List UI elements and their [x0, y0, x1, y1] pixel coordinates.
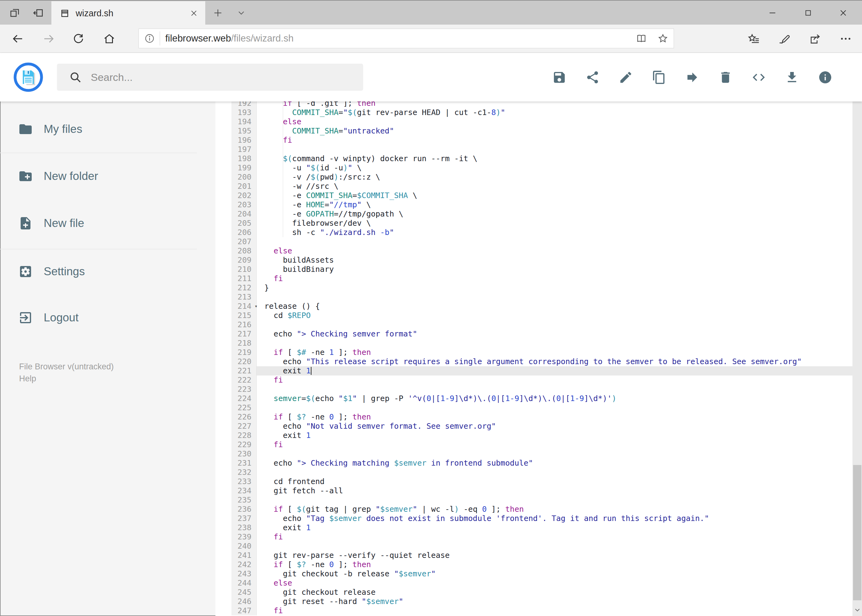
code-line[interactable]: 213	[216, 292, 853, 302]
code-line[interactable]: 209 buildAssets	[216, 256, 853, 265]
window-maximize-button[interactable]	[795, 1, 821, 25]
home-icon[interactable]	[97, 27, 121, 51]
code-line[interactable]: 229 fi	[216, 440, 853, 449]
share-page-icon[interactable]	[802, 27, 828, 51]
code-view-button[interactable]	[752, 63, 766, 92]
code-line[interactable]: 245 git checkout release	[216, 588, 853, 597]
code-line[interactable]: 201 -w //src \	[216, 182, 853, 191]
code-line[interactable]: 237 echo "Tag $semver does not exist in …	[216, 514, 853, 523]
code-line[interactable]: 197	[216, 145, 853, 154]
code-line[interactable]: 193 COMMIT_SHA="$(git rev-parse HEAD | c…	[216, 108, 853, 117]
code-line[interactable]: 241 git rev-parse --verify --quiet relea…	[216, 551, 853, 560]
sidebar-item-settings[interactable]: Settings	[0, 255, 197, 289]
code-line[interactable]: 233 cd frontend	[216, 477, 853, 486]
code-line[interactable]: 192 if [ -d .git ]; then	[216, 102, 853, 108]
code-line[interactable]: 222 fi	[216, 376, 853, 385]
code-line[interactable]: 207	[216, 237, 853, 246]
search-input[interactable]	[91, 71, 363, 83]
code-line[interactable]: 242 if [ $? -ne 0 ]; then	[216, 560, 853, 569]
annotate-pen-icon[interactable]	[772, 27, 797, 51]
move-button[interactable]	[685, 63, 700, 92]
close-tab-icon[interactable]	[190, 9, 198, 17]
code-line[interactable]: 238 exit 1	[216, 523, 853, 532]
site-info-icon[interactable]	[144, 33, 155, 44]
scroll-down-icon[interactable]	[853, 604, 862, 616]
code-line[interactable]: 225	[216, 403, 853, 412]
new-tab-icon[interactable]	[208, 1, 228, 25]
share-button[interactable]	[585, 63, 600, 92]
code-line[interactable]: 239 fi	[216, 532, 853, 542]
search-box[interactable]	[57, 64, 363, 91]
code-line[interactable]: 194 else	[216, 117, 853, 126]
code-line[interactable]: 210 buildBinary	[216, 265, 853, 274]
sidebar-item-logout[interactable]: Logout	[0, 301, 197, 335]
code-line[interactable]: 215 cd $REPO	[216, 311, 853, 320]
save-button[interactable]	[552, 63, 567, 92]
code-line[interactable]: 236 if [ $(git tag | grep "$semver" | wc…	[216, 504, 853, 514]
code-line[interactable]: 246 git reset --hard "$semver"	[216, 597, 853, 606]
forward-icon[interactable]	[36, 27, 61, 51]
more-ellipsis-icon[interactable]	[833, 27, 859, 51]
code-editor[interactable]: 192 if [ -d .git ]; then193 COMMIT_SHA="…	[216, 102, 853, 616]
code-line[interactable]: 232	[216, 468, 853, 477]
code-line[interactable]: 214▾release () {	[216, 302, 853, 311]
code-line[interactable]: 243 git checkout -b release "$semver"	[216, 569, 853, 578]
code-line[interactable]: 227 echo "Not valid semver format. See s…	[216, 422, 853, 431]
code-line[interactable]: 202 -e COMMIT_SHA=$COMMIT_SHA \	[216, 191, 853, 200]
code-line[interactable]: 240	[216, 542, 853, 551]
sidebar-item-my-files[interactable]: My files	[0, 112, 197, 146]
url-text[interactable]: filebrowser.web/files/wizard.sh	[165, 33, 630, 44]
back-icon[interactable]	[6, 27, 30, 51]
code-line[interactable]: 205 filebrowser/dev \	[216, 218, 853, 228]
code-line[interactable]: 203 -e HOME="//tmp" \	[216, 200, 853, 209]
code-line[interactable]: 198 $(command -v winpty) docker run --rm…	[216, 154, 853, 163]
hub-favorites-icon[interactable]	[741, 27, 767, 51]
code-line[interactable]: 228 exit 1	[216, 431, 853, 440]
set-tabs-aside-icon[interactable]	[27, 1, 50, 25]
copy-button[interactable]	[652, 63, 666, 92]
code-line[interactable]: 218	[216, 339, 853, 348]
code-line[interactable]: 216	[216, 320, 853, 329]
favorite-star-icon[interactable]	[652, 29, 674, 48]
info-button[interactable]	[818, 63, 832, 92]
download-button[interactable]	[785, 63, 799, 92]
code-line[interactable]: 211 fi	[216, 274, 853, 283]
scrollbar-thumb[interactable]	[853, 465, 861, 600]
help-link[interactable]: Help	[19, 373, 114, 385]
code-line[interactable]: 217 echo "> Checking semver format"	[216, 329, 853, 339]
code-line[interactable]: 204 -e GOPATH=//tmp/gopath \	[216, 209, 853, 218]
refresh-icon[interactable]	[66, 27, 91, 51]
address-bar[interactable]: filebrowser.web/files/wizard.sh	[139, 28, 674, 48]
tab-options-chevron-icon[interactable]	[232, 1, 251, 25]
code-line[interactable]: 206 sh -c "./wizard.sh -b"	[216, 228, 853, 237]
code-line[interactable]: 219 if [ $# -ne 1 ]; then	[216, 348, 853, 357]
code-line[interactable]: 199 -u "$(id -u)" \	[216, 163, 853, 173]
code-line[interactable]: 247 fi	[216, 606, 853, 615]
code-line[interactable]: 224 semver=$(echo "$1" | grep -P '^v(0|[…	[216, 394, 853, 403]
code-line[interactable]: 223	[216, 385, 853, 394]
code-line[interactable]: 208 else	[216, 246, 853, 256]
code-line[interactable]: 230	[216, 449, 853, 459]
code-line[interactable]: 235	[216, 495, 853, 504]
window-minimize-button[interactable]	[760, 1, 785, 25]
code-line[interactable]: 195 COMMIT_SHA="untracked"	[216, 126, 853, 136]
sidebar-item-new-folder[interactable]: New folder	[0, 159, 197, 193]
window-close-button[interactable]	[830, 1, 856, 25]
code-line[interactable]: 196 fi	[216, 136, 853, 145]
filebrowser-logo-icon[interactable]	[14, 63, 43, 92]
code-line[interactable]: 244 else	[216, 578, 853, 588]
code-line[interactable]: 220 echo "This release script requires a…	[216, 357, 853, 366]
code-line[interactable]: 234 git fetch --all	[216, 486, 853, 495]
page-scrollbar[interactable]	[853, 53, 862, 616]
tab-preview-icon[interactable]	[3, 1, 27, 25]
code-line[interactable]: 221 exit 1	[216, 366, 853, 376]
edit-button[interactable]	[619, 63, 633, 92]
code-line[interactable]: 226 if [ $? -ne 0 ]; then	[216, 412, 853, 422]
code-line[interactable]: 212}	[216, 283, 853, 292]
browser-tab[interactable]: wizard.sh	[51, 1, 205, 25]
reading-view-icon[interactable]	[630, 29, 652, 48]
code-line[interactable]: 200 -v /$(pwd):/src:z \	[216, 173, 853, 182]
delete-button[interactable]	[718, 63, 733, 92]
code-line[interactable]: 231 echo "> Checking matching $semver in…	[216, 459, 853, 468]
sidebar-item-new-file[interactable]: New file	[0, 206, 197, 240]
